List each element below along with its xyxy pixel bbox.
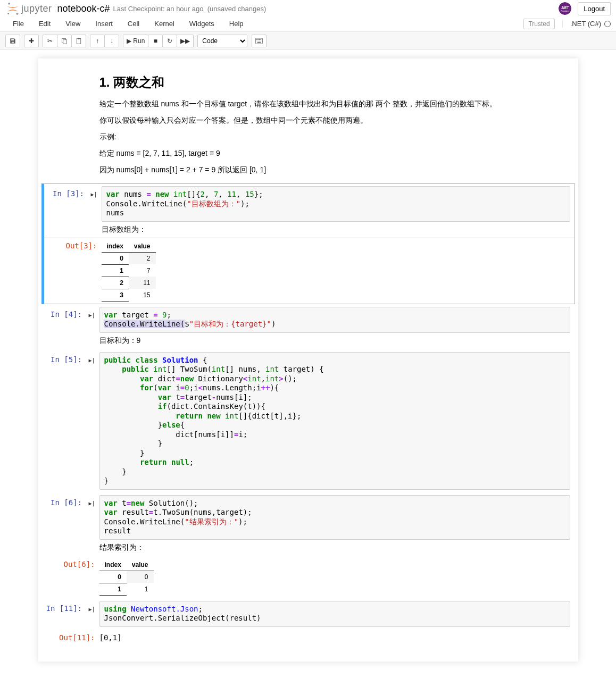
code-cell-4[interactable]: In [4]: ▶| var target = 9; Console.Write… — [41, 304, 575, 349]
code-input[interactable]: using Newtonsoft.Json; JsonConvert.Seria… — [99, 601, 570, 627]
markdown-cell[interactable]: 1. 两数之和 给定一个整数数组 nums 和一个目标值 target，请你在该… — [41, 65, 575, 183]
svg-rect-10 — [256, 38, 263, 44]
restart-icon: ↻ — [167, 37, 172, 45]
td: 0 — [99, 571, 127, 583]
svg-point-1 — [16, 13, 18, 15]
command-palette-button[interactable] — [252, 35, 267, 47]
in-prompt: In [5]: — [51, 355, 82, 364]
insert-cell-button[interactable]: ✚ — [24, 35, 39, 47]
td: 1 — [102, 264, 129, 277]
dotnet-logo-icon: .NET Foundation — [559, 2, 571, 15]
notebook-name[interactable]: notebook-c# — [57, 3, 110, 14]
td: 0 — [127, 571, 154, 583]
stop-icon: ■ — [154, 37, 157, 45]
move-down-button[interactable]: ↓ — [104, 35, 119, 47]
td: 2 — [129, 252, 156, 264]
result-text: [0,1] — [99, 630, 570, 643]
run-cell-icon[interactable]: ▶| — [90, 191, 97, 197]
jupyter-logo[interactable]: jupyter — [5, 1, 52, 16]
svg-rect-9 — [78, 38, 80, 39]
paste-icon — [76, 38, 82, 44]
logout-button[interactable]: Logout — [578, 2, 611, 15]
run-label: Run — [133, 37, 145, 45]
run-button[interactable]: ▶ Run — [123, 35, 148, 47]
svg-rect-11 — [256, 39, 257, 40]
move-up-button[interactable]: ↑ — [90, 35, 105, 47]
out-prompt: Out[11]: — [59, 633, 95, 642]
restart-button[interactable]: ↻ — [162, 35, 177, 47]
stdout: 结果索引为： — [99, 540, 570, 554]
svg-rect-14 — [261, 39, 262, 40]
menu-help[interactable]: Help — [222, 18, 251, 30]
th-value: value — [127, 559, 154, 571]
paragraph: 你可以假设每种输入只会对应一个答案。但是，数组中同一个元素不能使用两遍。 — [99, 115, 497, 126]
in-prompt: In [6]: — [51, 498, 82, 507]
kernel-name[interactable]: .NET (C#) — [562, 20, 601, 28]
output-table: index value 02 17 211 315 — [102, 240, 156, 302]
notebook-container: 1. 两数之和 给定一个整数数组 nums 和一个目标值 target，请你在该… — [38, 58, 578, 662]
restart-run-all-button[interactable]: ▶▶ — [177, 35, 194, 47]
paragraph: 示例: — [99, 131, 497, 143]
kernel-status-icon — [604, 21, 611, 27]
run-cell-icon[interactable]: ▶| — [88, 357, 95, 363]
checkpoint-status: Last Checkpoint: an hour ago (unsaved ch… — [113, 5, 267, 13]
code-cell-3[interactable]: In [3]: ▶| var nums = new int[]{2, 7, 11… — [41, 183, 575, 238]
copy-icon — [61, 38, 68, 44]
in-prompt: In [11]: — [46, 604, 82, 613]
run-cell-icon[interactable]: ▶| — [88, 312, 95, 318]
arrow-up-icon: ↑ — [96, 37, 99, 45]
svg-rect-12 — [258, 39, 259, 40]
svg-rect-15 — [257, 41, 261, 43]
td: 7 — [129, 264, 156, 277]
code-input[interactable]: public class Solution { public int[] Two… — [99, 352, 570, 490]
run-cell-icon[interactable]: ▶| — [88, 606, 95, 612]
menu-kernel[interactable]: Kernel — [147, 18, 182, 30]
in-prompt: In [3]: — [53, 189, 84, 198]
code-cell-6[interactable]: In [6]: ▶| var t=new Solution(); var res… — [41, 492, 575, 556]
menu-file[interactable]: File — [5, 18, 31, 30]
code-input[interactable]: var nums = new int[]{2, 7, 11, 15}; Cons… — [102, 186, 570, 222]
menu-widgets[interactable]: Widgets — [182, 18, 222, 30]
menubar: File Edit View Insert Cell Kernel Widget… — [0, 16, 616, 32]
svg-text:.NET: .NET — [561, 6, 569, 10]
td: 0 — [102, 252, 129, 264]
brand-text: jupyter — [21, 3, 52, 14]
stop-button[interactable]: ■ — [148, 35, 163, 47]
keyboard-icon — [255, 38, 263, 44]
arrow-down-icon: ↓ — [110, 37, 113, 45]
td: 3 — [102, 289, 129, 301]
save-icon — [10, 38, 16, 44]
out-prompt: Out[3]: — [65, 241, 97, 250]
run-cell-icon[interactable]: ▶| — [88, 500, 95, 506]
save-status: (unsaved changes) — [207, 5, 267, 13]
menu-view[interactable]: View — [58, 18, 88, 30]
code-input[interactable]: var target = 9; Console.WriteLine($"目标和为… — [99, 307, 570, 333]
td: 15 — [129, 289, 156, 301]
svg-point-2 — [7, 13, 9, 15]
svg-rect-13 — [259, 39, 260, 40]
code-cell-11[interactable]: In [11]: ▶| using Newtonsoft.Json; JsonC… — [41, 598, 575, 630]
menu-insert[interactable]: Insert — [88, 18, 120, 30]
code-input[interactable]: var t=new Solution(); var result=t.TwoSu… — [99, 495, 570, 540]
menu-cell[interactable]: Cell — [120, 18, 147, 30]
menu-edit[interactable]: Edit — [31, 18, 58, 30]
fast-forward-icon: ▶▶ — [180, 37, 190, 45]
code-cell-3-output: Out[3]: index value 02 17 211 315 — [41, 238, 575, 304]
trusted-badge[interactable]: Trusted — [523, 19, 554, 29]
paragraph: 因为 nums[0] + nums[1] = 2 + 7 = 9 所以返回 [0… — [99, 164, 497, 175]
output-table: index value 00 11 — [99, 559, 154, 596]
td: 1 — [127, 583, 154, 595]
paste-button[interactable] — [71, 35, 86, 47]
scissors-icon: ✂ — [47, 37, 53, 45]
code-cell-5[interactable]: In [5]: ▶| public class Solution { publi… — [41, 349, 575, 492]
cell-type-select[interactable]: Code — [197, 35, 247, 47]
save-button[interactable] — [5, 35, 20, 47]
th-index: index — [99, 559, 127, 571]
cut-button[interactable]: ✂ — [43, 35, 57, 47]
heading-title: 1. 两数之和 — [99, 74, 497, 91]
run-icon: ▶ — [127, 37, 131, 45]
copy-button[interactable] — [57, 35, 72, 47]
code-cell-6-output: Out[6]: index value 00 11 — [41, 556, 575, 598]
out-prompt: Out[6]: — [63, 560, 95, 568]
svg-point-0 — [8, 3, 10, 4]
